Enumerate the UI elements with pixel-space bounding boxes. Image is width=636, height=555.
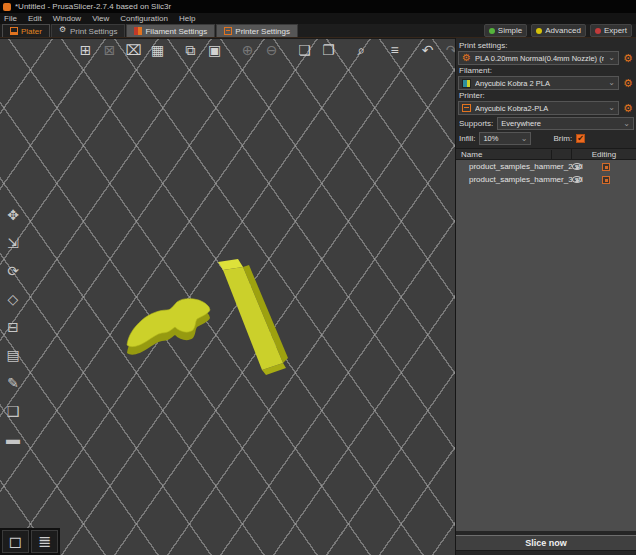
object-name: product_samples_hammer_2.stl xyxy=(456,162,583,171)
preview-view-icon[interactable]: ≣ xyxy=(31,530,58,553)
mode-button-advanced[interactable]: Advanced xyxy=(531,24,586,37)
plater-icon xyxy=(10,27,18,35)
print-settings-label: Print settings: xyxy=(459,41,634,50)
tab-filament-settings[interactable]: Filament Settings xyxy=(126,24,215,37)
menu-item-file[interactable]: File xyxy=(4,14,17,23)
view-mode-toggles: ◻≣ xyxy=(0,528,60,555)
filament-value: Anycubic Kobra 2 PLA xyxy=(475,79,604,88)
move-icon[interactable]: ✥ xyxy=(2,205,24,224)
printer-label: Printer: xyxy=(459,91,634,100)
tab-printer-settings[interactable]: Printer Settings xyxy=(216,24,298,37)
model-objects[interactable] xyxy=(110,239,310,384)
tab-label: Filament Settings xyxy=(145,27,207,36)
print-settings-combo[interactable]: ⚙ PLA 0.20mm Normal(0.4mm Nozzle) (modif… xyxy=(458,51,619,65)
scale-icon[interactable]: ⇲ xyxy=(2,233,24,252)
print-settings-edit-button[interactable]: ⚙ xyxy=(622,52,634,64)
mode-dot-icon xyxy=(536,28,542,34)
arrange-icon[interactable]: ▦ xyxy=(147,40,168,60)
filament-label: Filament: xyxy=(459,66,634,75)
remove-instance-icon: ⊖ xyxy=(261,40,282,60)
seam-painting-icon[interactable]: ▤ xyxy=(2,345,24,364)
chevron-down-icon: ⌄ xyxy=(608,105,615,111)
visibility-column-header xyxy=(552,149,572,159)
infill-label: Infill: xyxy=(459,134,475,143)
filament-icon xyxy=(134,27,142,35)
gizmo-toolbar: ✥⇲⟳◇⊟▤✎❑▬ xyxy=(2,205,24,448)
measure-icon[interactable]: ▬ xyxy=(2,429,24,448)
filament-combo[interactable]: Anycubic Kobra 2 PLA ⌄ xyxy=(458,76,619,90)
mode-label: Simple xyxy=(498,26,522,35)
mode-button-expert[interactable]: Expert xyxy=(590,24,632,37)
menu-item-window[interactable]: Window xyxy=(53,14,81,23)
menu-item-help[interactable]: Help xyxy=(179,14,195,23)
eye-icon[interactable] xyxy=(572,176,582,183)
split-to-objects-icon[interactable]: ❏ xyxy=(294,40,315,60)
mode-button-simple[interactable]: Simple xyxy=(484,24,527,37)
editing-toggle-icon[interactable] xyxy=(602,176,610,184)
table-row[interactable]: product_samples_hammer_2.stl xyxy=(456,160,636,173)
place-on-face-icon[interactable]: ◇ xyxy=(2,289,24,308)
chevron-down-icon: ⌄ xyxy=(608,80,615,86)
mode-dot-icon xyxy=(489,28,495,34)
app-icon xyxy=(3,3,11,11)
tab-plater[interactable]: Plater xyxy=(2,24,50,37)
infill-value: 10% xyxy=(483,134,516,143)
rotate-icon[interactable]: ⟳ xyxy=(2,261,24,280)
mode-switcher: SimpleAdvancedExpert xyxy=(484,24,636,37)
eye-icon[interactable] xyxy=(572,163,582,170)
supports-combo[interactable]: Everywhere ⌄ xyxy=(497,117,634,130)
brim-label: Brim: xyxy=(553,134,572,143)
cut-icon[interactable]: ⊟ xyxy=(2,317,24,336)
tab-label: Print Settings xyxy=(70,27,118,36)
printer-combo[interactable]: Anycubic Kobra2-PLA ⌄ xyxy=(458,101,619,115)
tab-print-settings[interactable]: Print Settings xyxy=(51,24,126,37)
paste-icon[interactable]: ▣ xyxy=(204,40,225,60)
infill-combo[interactable]: 10% ⌄ xyxy=(479,132,531,145)
menu-item-edit[interactable]: Edit xyxy=(28,14,42,23)
copy-icon[interactable]: ⧉ xyxy=(180,40,201,60)
brim-checkbox[interactable]: ✔ xyxy=(576,134,585,143)
menu-item-configuration[interactable]: Configuration xyxy=(120,14,168,23)
editing-toggle-icon[interactable] xyxy=(602,163,610,171)
print-settings-value: PLA 0.20mm Normal(0.4mm Nozzle) (modifie… xyxy=(475,54,604,63)
main-area: ⊞⊠⌧▦⧉▣⊕⊖❏❐⌕≡↶↷ ✥⇲⟳◇⊟▤✎❑▬ ◻≣ Print settin… xyxy=(0,38,636,555)
mode-label: Advanced xyxy=(545,26,581,35)
prusaslicer-window: *Untitled - PrusaSlicer-2.7.4 based on S… xyxy=(0,0,636,555)
mmu-painting-icon[interactable]: ❑ xyxy=(2,401,24,420)
editor-view-icon[interactable]: ◻ xyxy=(2,530,29,553)
table-row[interactable]: product_samples_hammer_3.stl xyxy=(456,173,636,186)
printer-value: Anycubic Kobra2-PLA xyxy=(475,104,604,113)
object-list: product_samples_hammer_2.stlproduct_samp… xyxy=(456,160,636,531)
printer-icon xyxy=(462,104,471,112)
delete-all-icon[interactable]: ⌧ xyxy=(123,40,144,60)
top-toolbar: ⊞⊠⌧▦⧉▣⊕⊖❏❐⌕≡↶↷ xyxy=(75,40,455,60)
variable-layer-height-icon[interactable]: ≡ xyxy=(384,40,405,60)
printer-icon xyxy=(224,27,232,35)
add-icon[interactable]: ⊞ xyxy=(75,40,96,60)
undo-icon[interactable]: ↶ xyxy=(417,40,438,60)
filament-edit-button[interactable]: ⚙ xyxy=(622,77,634,89)
gear-icon xyxy=(59,27,67,35)
tab-bar: PlaterPrint SettingsFilament SettingsPri… xyxy=(0,24,636,38)
chevron-down-icon: ⌄ xyxy=(623,121,630,127)
search-icon[interactable]: ⌕ xyxy=(351,40,372,60)
printer-edit-button[interactable]: ⚙ xyxy=(622,102,634,114)
window-title: *Untitled - PrusaSlicer-2.7.4 based on S… xyxy=(15,2,171,11)
3d-viewport[interactable]: ⊞⊠⌧▦⧉▣⊕⊖❏❐⌕≡↶↷ ✥⇲⟳◇⊟▤✎❑▬ ◻≣ xyxy=(0,38,455,555)
menu-bar: FileEditWindowViewConfigurationHelp xyxy=(0,13,636,24)
name-column-header: Name xyxy=(456,150,552,159)
split-to-parts-icon[interactable]: ❐ xyxy=(318,40,339,60)
redo-icon: ↷ xyxy=(441,40,455,60)
supports-label: Supports: xyxy=(459,119,493,128)
object-list-header: Name Editing xyxy=(456,148,636,160)
menu-item-view[interactable]: View xyxy=(92,14,109,23)
add-instance-icon: ⊕ xyxy=(237,40,258,60)
chevron-down-icon: ⌄ xyxy=(608,55,615,61)
mode-label: Expert xyxy=(604,26,627,35)
support-painting-icon[interactable]: ✎ xyxy=(2,373,24,392)
slice-area: Slice now xyxy=(456,531,636,555)
slice-now-button[interactable]: Slice now xyxy=(456,535,636,551)
title-bar: *Untitled - PrusaSlicer-2.7.4 based on S… xyxy=(0,0,636,13)
tab-spacer xyxy=(299,24,484,37)
gear-icon: ⚙ xyxy=(462,53,471,63)
